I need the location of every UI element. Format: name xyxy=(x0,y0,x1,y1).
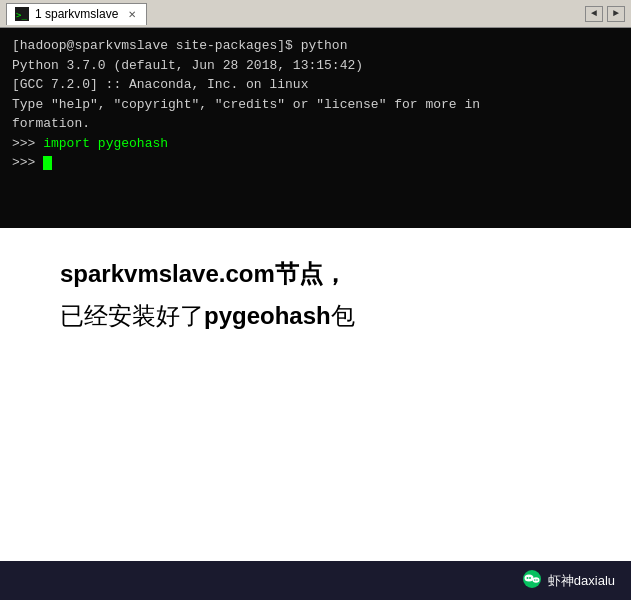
terminal-tab[interactable]: >_ 1 sparkvmslave ✕ xyxy=(6,3,147,25)
titlebar-right: ◄ ► xyxy=(585,6,625,22)
import-command: import pygeohash xyxy=(43,136,168,151)
footer: 虾神daxialu xyxy=(0,561,631,600)
annotation-hostname: sparkvmslave.com xyxy=(60,260,275,287)
wechat-icon xyxy=(522,569,542,592)
svg-point-4 xyxy=(526,577,528,579)
nav-forward-button[interactable]: ► xyxy=(607,6,625,22)
terminal-tab-icon: >_ xyxy=(15,7,29,21)
terminal-line-3: [GCC 7.2.0] :: Anaconda, Inc. on linux xyxy=(12,75,619,95)
terminal-line-4b: formation. xyxy=(12,114,619,134)
svg-point-7 xyxy=(534,579,536,581)
terminal-cursor xyxy=(43,156,52,170)
terminal-line-1: [hadoop@sparkvmslave site-packages]$ pyt… xyxy=(12,36,619,56)
svg-point-8 xyxy=(536,579,538,581)
terminal-tab-label: 1 sparkvmslave xyxy=(35,7,118,21)
footer-text: 虾神daxialu xyxy=(548,572,615,590)
terminal-line-2: Python 3.7.0 (default, Jun 28 2018, 13:1… xyxy=(12,56,619,76)
terminal-output: [hadoop@sparkvmslave site-packages]$ pyt… xyxy=(0,28,631,228)
terminal-line-4: Type "help", "copyright", "credits" or "… xyxy=(12,95,619,115)
terminal-line-5: >>> import pygeohash xyxy=(12,134,619,154)
annotation-line-2: 已经安装好了pygeohash包 xyxy=(60,300,571,332)
tab-close-button[interactable]: ✕ xyxy=(128,9,136,20)
svg-text:>_: >_ xyxy=(16,10,27,20)
titlebar-left: >_ 1 sparkvmslave ✕ xyxy=(6,3,147,25)
svg-point-5 xyxy=(529,577,531,579)
annotation-package: pygeohash xyxy=(204,302,331,329)
annotation-box: sparkvmslave.com节点， 已经安装好了pygeohash包 xyxy=(0,228,631,561)
annotation-line-1: sparkvmslave.com节点， xyxy=(60,258,571,290)
nav-back-button[interactable]: ◄ xyxy=(585,6,603,22)
terminal-line-6: >>> xyxy=(12,153,619,173)
svg-point-6 xyxy=(532,577,539,583)
titlebar: >_ 1 sparkvmslave ✕ ◄ ► xyxy=(0,0,631,28)
main-layout: [hadoop@sparkvmslave site-packages]$ pyt… xyxy=(0,28,631,600)
